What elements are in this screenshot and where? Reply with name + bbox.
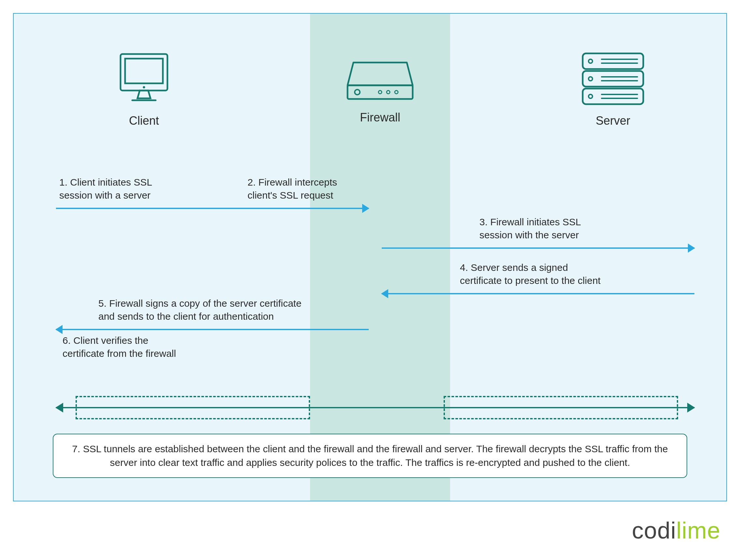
svg-rect-4 xyxy=(348,85,413,99)
arrow-firewall-to-server xyxy=(382,247,695,249)
svg-rect-10 xyxy=(583,71,643,87)
svg-point-8 xyxy=(395,91,398,94)
svg-point-7 xyxy=(387,91,390,94)
step-6-label: 6. Client verifies the certificate from … xyxy=(63,334,176,360)
server-node: Server xyxy=(567,49,659,128)
brand-part1: codi xyxy=(632,517,676,543)
svg-point-2 xyxy=(143,86,145,89)
server-label: Server xyxy=(567,114,659,128)
diagram-frame: Client Firewall Server xyxy=(13,13,727,501)
svg-rect-11 xyxy=(583,89,643,104)
step-1-label: 1. Client initiates SSL session with a s… xyxy=(59,176,152,202)
tunnel-client-firewall xyxy=(76,396,310,419)
step-3-label: 3. Firewall initiates SSL session with t… xyxy=(479,216,581,241)
firewall-label: Firewall xyxy=(333,111,427,124)
step-5-label: 5. Firewall signs a copy of the server c… xyxy=(98,297,302,323)
svg-point-6 xyxy=(378,91,382,94)
server-rack-icon xyxy=(579,49,647,108)
step-7-text: 7. SSL tunnels are established between t… xyxy=(72,443,668,468)
svg-rect-9 xyxy=(583,53,643,69)
svg-rect-0 xyxy=(120,54,167,91)
client-node: Client xyxy=(98,49,190,128)
step-7-callout: 7. SSL tunnels are established between t… xyxy=(53,434,687,478)
step-2-label: 2. Firewall intercepts client's SSL requ… xyxy=(248,176,337,202)
arrow-firewall-to-client xyxy=(56,329,369,330)
svg-point-12 xyxy=(588,59,592,63)
svg-point-14 xyxy=(588,94,592,98)
arrow-server-to-firewall xyxy=(382,293,695,294)
arrow-client-to-firewall xyxy=(56,208,369,209)
firewall-node: Firewall xyxy=(333,59,427,124)
svg-point-13 xyxy=(588,77,592,81)
svg-point-5 xyxy=(355,90,360,95)
svg-rect-1 xyxy=(125,59,163,83)
monitor-icon xyxy=(115,49,173,108)
tunnel-firewall-server xyxy=(444,396,678,419)
step-4-label: 4. Server sends a signed certificate to … xyxy=(460,261,600,287)
brand-part2: lime xyxy=(676,517,721,543)
firewall-device-icon xyxy=(344,59,416,105)
client-label: Client xyxy=(98,114,190,128)
brand-logo: codilime xyxy=(632,517,721,544)
